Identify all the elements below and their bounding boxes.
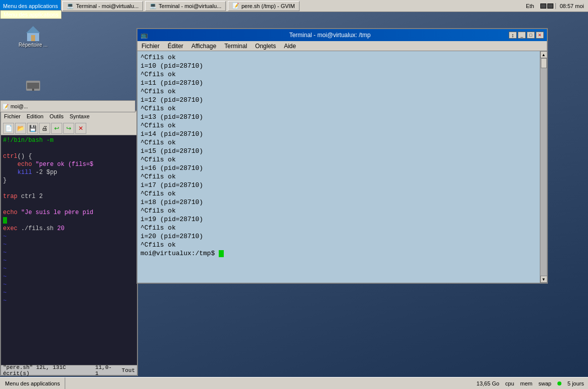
- clock: 08:57 moi: [555, 3, 588, 9]
- terminal2-icon: 💻: [150, 3, 157, 10]
- terminal-menu-affichage[interactable]: Affichage: [190, 43, 217, 50]
- terminal-content[interactable]: ^Cfils ok i=10 (pid=28710) ^Cfils ok i=1…: [137, 51, 540, 283]
- terminal-titlebar: 📺 Terminal - moi@virtualux: /tmp ↕ _ □ ✕: [137, 29, 547, 41]
- term-line-1: i=10 (pid=28710): [140, 62, 537, 70]
- app-menu-button[interactable]: Menu des applications Menu des applicati…: [0, 0, 61, 12]
- term-line-0: ^Cfils ok: [140, 53, 537, 62]
- desktop-icon-drive[interactable]: [18, 78, 48, 95]
- terminal-menu-editer[interactable]: Éditer: [167, 43, 184, 50]
- eth-box2: [547, 4, 553, 9]
- terminal1-label: Terminal - moi@virtualu...: [76, 3, 138, 9]
- drive-icon: [25, 78, 41, 94]
- gvim-status-pos: 11,0-1: [95, 364, 115, 376]
- taskbar-terminal2[interactable]: 💻 Terminal - moi@virtualu...: [145, 1, 226, 11]
- small-window-icon: 📝: [3, 104, 9, 109]
- terminal-window: 📺 Terminal - moi@virtualux: /tmp ↕ _ □ ✕…: [136, 28, 548, 284]
- gvim-menu-outils[interactable]: Outils: [49, 113, 65, 119]
- toolbar-undo[interactable]: ↩: [51, 123, 62, 134]
- code-line-t3: ~: [3, 249, 135, 257]
- gvim-menu-syntaxe[interactable]: Syntaxe: [69, 113, 91, 119]
- tray-dot: [557, 381, 561, 385]
- term-line-18: ^Cfils ok: [140, 207, 537, 215]
- term-line-2: ^Cfils ok: [140, 70, 537, 79]
- small-window-bar: 📝 moi@...: [0, 100, 135, 112]
- taskbar-terminal1[interactable]: 💻 Terminal - moi@virtualu...: [62, 1, 143, 11]
- term-line-11: i=15 (pid=28710): [140, 147, 537, 155]
- code-line-5: kill -2 $pp: [3, 168, 135, 176]
- gvim-label: pere.sh (/tmp) - GVIM: [241, 3, 295, 9]
- gvim-toolbar: 📄 📂 💾 🖨 ↩ ↪ ✕: [1, 121, 137, 135]
- terminal-minimize-btn[interactable]: _: [518, 32, 526, 39]
- svg-rect-5: [32, 89, 34, 91]
- term-line-8: ^Cfils ok: [140, 121, 537, 130]
- term-line-13: i=16 (pid=28710): [140, 164, 537, 172]
- gvim-menu-edition[interactable]: Edition: [26, 113, 45, 119]
- svg-rect-2: [31, 35, 35, 41]
- code-line-t4: ~: [3, 257, 135, 265]
- terminal-resize-btn[interactable]: ↕: [509, 32, 517, 39]
- terminal-menu-onglets[interactable]: Onglets: [254, 43, 277, 50]
- svg-marker-1: [26, 26, 40, 33]
- code-line-t8: ~: [3, 289, 135, 297]
- scroll-down-btn[interactable]: ▼: [540, 276, 547, 283]
- terminal-close-btn[interactable]: ✕: [536, 32, 544, 39]
- code-line-t5: ~: [3, 265, 135, 273]
- gvim-status-view: Tout: [115, 367, 135, 373]
- storage-status: 13,65 Go: [477, 380, 499, 386]
- scroll-thumb[interactable]: [541, 58, 547, 68]
- gvim-window: Fichier Edition Outils Syntaxe 📄 📂 💾 🖨 ↩…: [0, 110, 138, 376]
- term-line-5: i=12 (pid=28710): [140, 96, 537, 104]
- terminal-body: ^Cfils ok i=10 (pid=28710) ^Cfils ok i=1…: [137, 51, 547, 283]
- term-line-17: i=18 (pid=28710): [140, 198, 537, 207]
- toolbar-new[interactable]: 📄: [3, 123, 14, 134]
- terminal-cursor: [219, 250, 224, 257]
- term-line-20: ^Cfils ok: [140, 224, 537, 232]
- cpu-status: cpu: [505, 380, 514, 386]
- term-line-22: ^Cfils ok: [140, 241, 537, 249]
- term-line-3: i=11 (pid=28710): [140, 79, 537, 87]
- terminal1-icon: 💻: [67, 3, 74, 10]
- code-line-10: echo "Je suis le père pid: [3, 209, 135, 217]
- code-line-t6: ~: [3, 273, 135, 281]
- eth-box1: [540, 4, 546, 9]
- terminal-scrollbar: ▲ ▼: [540, 51, 547, 283]
- term-line-6: ^Cfils ok: [140, 104, 537, 113]
- code-line-t1: ~: [3, 233, 135, 241]
- terminal-maximize-btn[interactable]: □: [527, 32, 535, 39]
- toolbar-save[interactable]: 💾: [27, 123, 38, 134]
- code-line-1: #!/bin/bash -m: [3, 136, 135, 144]
- terminal-menubar: Fichier Éditer Affichage Terminal Onglet…: [137, 41, 547, 51]
- gvim-menu-fichier[interactable]: Fichier: [3, 113, 22, 119]
- code-line-9: [3, 201, 135, 209]
- eth-indicators: [538, 4, 555, 9]
- code-line-t2: ~: [3, 241, 135, 249]
- terminal-menu-aide[interactable]: Aide: [283, 43, 297, 50]
- gvim-icon: 📝: [232, 3, 239, 10]
- desktop-icon-home[interactable]: Répertoire ...: [18, 25, 48, 48]
- terminal-menu-fichier[interactable]: Fichier: [140, 43, 161, 50]
- small-window-label: moi@...: [11, 104, 28, 109]
- toolbar-close[interactable]: ✕: [75, 123, 86, 134]
- taskbar-top: Menu des applications Menu des applicati…: [0, 0, 588, 12]
- terminal-menu-terminal[interactable]: Terminal: [223, 43, 248, 50]
- toolbar-open[interactable]: 📂: [15, 123, 26, 134]
- code-line-4: echo "pere ok (fils=$: [3, 160, 135, 168]
- toolbar-redo[interactable]: ↪: [63, 123, 74, 134]
- term-line-14: ^Cfils ok: [140, 172, 537, 181]
- status-right: 13,65 Go cpu mem swap 5 jours: [473, 380, 588, 386]
- code-line-exec: exec ./fils.sh 20: [3, 225, 135, 233]
- scroll-up-btn[interactable]: ▲: [540, 51, 547, 58]
- task-buttons: 💻 Terminal - moi@virtualu... 💻 Terminal …: [61, 0, 300, 12]
- terminal-title: Terminal - moi@virtualux: /tmp: [151, 32, 509, 39]
- taskbar-gvim[interactable]: 📝 pere.sh (/tmp) - GVIM: [228, 1, 299, 11]
- toolbar-print[interactable]: 🖨: [39, 123, 50, 134]
- terminal2-label: Terminal - moi@virtualu...: [159, 3, 221, 9]
- menu-tooltip: Menu des applications: [0, 10, 62, 19]
- term-line-10: ^Cfils ok: [140, 138, 537, 147]
- start-button[interactable]: Menu des applications: [0, 377, 65, 389]
- scroll-track[interactable]: [540, 58, 547, 276]
- gvim-status-file: "pere.sh" 12L, 131C écrit(s): [3, 364, 95, 376]
- term-line-9: i=14 (pid=28710): [140, 130, 537, 138]
- start-label: Menu des applications: [5, 380, 60, 386]
- mem-status: mem: [520, 380, 532, 386]
